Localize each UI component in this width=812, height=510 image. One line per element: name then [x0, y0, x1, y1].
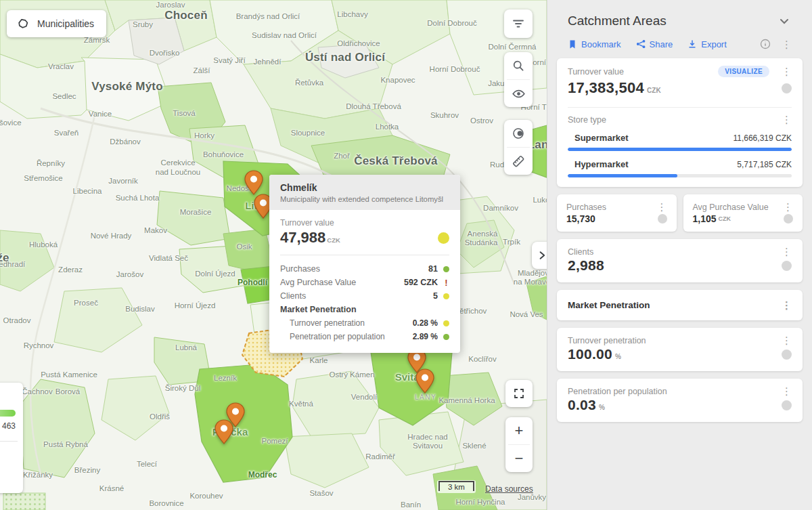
store-type-label: Store type	[568, 115, 606, 125]
measure-button[interactable]	[504, 148, 533, 175]
avg-purchase-value: 1,105	[693, 213, 717, 224]
purchases-card: Purchases ⋮ 15,730	[557, 194, 677, 232]
popup-turnover-label: Turnover value	[280, 218, 449, 228]
turnover-penetration-card: Turnover penetration ⋮ 100.00 %	[557, 328, 803, 371]
contrast-measure-group	[504, 120, 533, 175]
clients-value: 2,988	[568, 257, 604, 274]
ruler-icon	[512, 154, 525, 168]
status-dot-green	[443, 334, 449, 340]
map-pin[interactable]	[415, 368, 434, 394]
eye-icon	[512, 87, 526, 101]
contrast-button[interactable]	[504, 120, 533, 147]
chevron-right-icon	[537, 250, 547, 261]
kebab-menu-icon[interactable]: ⋮	[776, 247, 792, 257]
metric-toggle[interactable]	[658, 214, 667, 224]
legend-max-value: 463	[2, 421, 16, 431]
popup-section-title: Market Penetration	[280, 303, 449, 316]
popup-header: Chmelík Municipality with extended compe…	[269, 175, 460, 210]
market-penetration-card: Market Penetration ⋮	[557, 290, 803, 320]
status-dot-green	[443, 266, 449, 272]
legend-gradient	[0, 410, 16, 417]
store-type-section: Store type ⋮ Supermarket 11,666,319 CZK …	[557, 108, 803, 187]
turnover-label: Turnover value	[568, 67, 624, 77]
clients-card: Clients ⋮ 2,988	[557, 239, 803, 282]
popup-row-purchases: Purchases81	[280, 262, 449, 276]
filter-icon	[512, 17, 525, 30]
kebab-menu-icon[interactable]: ⋮	[776, 386, 792, 396]
popup-row-turnover-penetration: Turnover penetration0.28 %	[280, 316, 449, 330]
filter-button[interactable]	[504, 9, 533, 38]
scale-label: 3 km	[438, 481, 474, 491]
contrast-icon	[512, 127, 525, 140]
data-sources-link[interactable]: Data sources	[485, 484, 533, 494]
kebab-menu-icon[interactable]: ⋮	[776, 66, 792, 77]
status-dot-yellow	[443, 320, 449, 326]
share-button[interactable]: Share	[636, 39, 673, 49]
info-icon[interactable]	[760, 39, 771, 49]
alert-exclamation-icon: !	[443, 278, 449, 288]
status-dot-yellow	[443, 293, 449, 299]
popup-title: Chmelík	[280, 182, 449, 193]
turnover-value: 17,383,504	[568, 79, 644, 97]
bookmark-button[interactable]: Bookmark	[568, 39, 621, 49]
purchases-value: 15,730	[566, 213, 595, 224]
status-dot-yellow	[438, 232, 449, 244]
popup-row-clients: Clients5	[280, 289, 449, 303]
chevron-down-icon[interactable]	[777, 14, 792, 28]
hypermarket-bar	[568, 174, 792, 177]
metric-toggle[interactable]	[782, 83, 792, 93]
share-icon	[636, 39, 646, 49]
turnover-penetration-value: 100.00	[568, 346, 612, 362]
turnover-card: Turnover value VISUALIZE ⋮ 17,383,504 CZ…	[557, 58, 803, 187]
popup-turnover-unit: CZK	[327, 236, 340, 244]
map-pin[interactable]	[215, 419, 233, 445]
zoom-in-button[interactable]: +	[505, 417, 533, 444]
fullscreen-icon	[512, 387, 526, 400]
kebab-menu-icon[interactable]: ⋮	[776, 335, 792, 345]
metric-toggle[interactable]	[784, 214, 793, 224]
sidebar: Catchment Areas Bookmark Share Expo	[547, 0, 812, 510]
turnover-unit: CZK	[647, 87, 661, 94]
store-row-supermarket: Supermarket 11,666,319 CZK	[568, 125, 792, 151]
kebab-menu-icon[interactable]: ⋮	[652, 202, 667, 212]
search-button[interactable]	[504, 52, 533, 79]
export-button[interactable]: Export	[687, 39, 727, 49]
metric-toggle[interactable]	[782, 349, 792, 360]
map-legend: 463	[0, 383, 23, 493]
page-title: Catchment Areas	[568, 14, 667, 28]
municipalities-button[interactable]: Municipalities	[7, 10, 106, 37]
search-icon	[512, 59, 525, 72]
penetration-population-value: 0.03	[568, 397, 596, 413]
kebab-menu-icon[interactable]: ⋮	[782, 39, 792, 49]
popup-row-penetration-population: Penetration per population2.89 %	[280, 330, 449, 343]
popup-row-avg-purchase: Avg Purchase Value592 CZK !	[280, 276, 449, 289]
zoom-out-button[interactable]: −	[505, 445, 533, 472]
kebab-menu-icon[interactable]: ⋮	[776, 114, 792, 125]
scale-bar: 3 km	[437, 480, 476, 493]
visibility-button[interactable]	[504, 80, 533, 107]
penetration-population-card: Penetration per population ⋮ 0.03 %	[557, 379, 803, 422]
sidebar-collapse-button[interactable]	[532, 242, 547, 269]
visualize-badge[interactable]: VISUALIZE	[718, 66, 769, 77]
municipalities-label: Municipalities	[37, 18, 94, 29]
map-pin[interactable]	[244, 170, 263, 196]
export-icon	[687, 39, 697, 49]
search-visibility-group	[504, 52, 533, 107]
popup-subtitle: Municipality with extended competence Li…	[280, 195, 449, 203]
bookmark-icon	[568, 39, 577, 49]
metric-toggle[interactable]	[782, 261, 792, 271]
map-canvas[interactable]: JaroslavSrubyChoceňBrandýs nad OrlicíSud…	[0, 0, 547, 510]
municipality-popup: Chmelík Municipality with extended compe…	[269, 175, 460, 353]
metric-toggle[interactable]	[782, 400, 792, 410]
store-row-hypermarket: Hypermarket 5,717,185 CZK	[568, 151, 792, 177]
popup-turnover-value: 47,988	[280, 229, 325, 247]
kebab-menu-icon[interactable]: ⋮	[776, 300, 792, 310]
region-outline-icon	[16, 17, 30, 30]
zoom-controls: + −	[505, 417, 533, 472]
avg-purchase-card: Avg Purchase Value ⋮ 1,105 CZK	[683, 194, 803, 232]
kebab-menu-icon[interactable]: ⋮	[777, 202, 793, 212]
fullscreen-button[interactable]	[505, 380, 533, 407]
